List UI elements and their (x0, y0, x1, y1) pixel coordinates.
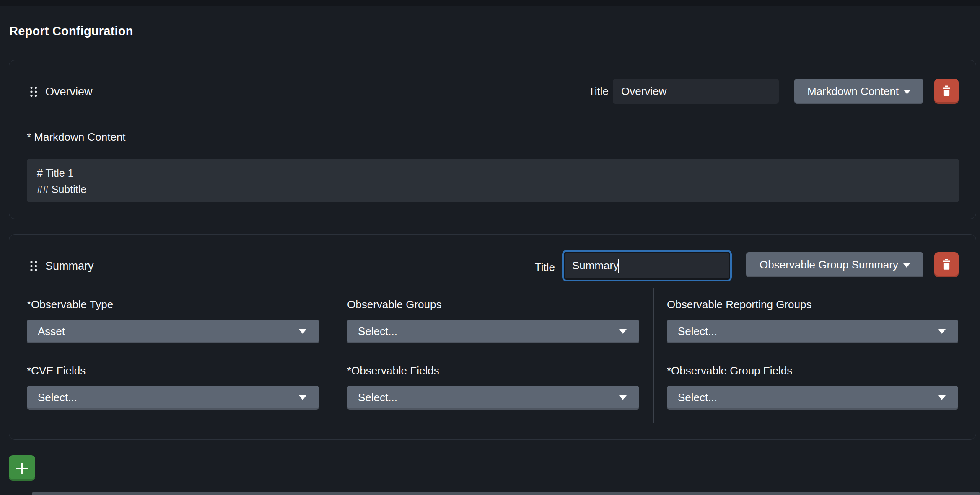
chevron-down-icon (299, 329, 306, 334)
field-select-observable-groups[interactable]: Select... (347, 320, 639, 343)
trash-icon (941, 85, 952, 98)
field-column: Observable Reporting Groups Select... *O… (667, 288, 958, 423)
section-title-input[interactable] (565, 253, 729, 278)
column-divider (334, 288, 334, 423)
horizontal-scrollbar[interactable] (32, 492, 980, 495)
drag-handle-icon[interactable] (30, 86, 37, 97)
chevron-down-icon (619, 395, 627, 400)
delete-section-button[interactable] (934, 79, 959, 104)
field-select-observable-type[interactable]: Asset (27, 320, 319, 343)
field-select-observable-fields[interactable]: Select... (347, 386, 639, 410)
section-type-button[interactable]: Markdown Content (794, 79, 923, 104)
markdown-line: # Title 1 (37, 165, 949, 181)
section-type-label: Markdown Content (807, 85, 899, 98)
select-value: Select... (678, 325, 717, 338)
chevron-down-icon (299, 395, 306, 400)
select-value: Asset (38, 325, 65, 338)
add-section-button[interactable]: + (9, 455, 35, 481)
field-label: *Observable Group Fields (667, 364, 792, 377)
field-label: Observable Groups (347, 298, 441, 311)
title-label: Title (558, 85, 609, 98)
section-card-overview: Overview Title Markdown Content * Markdo… (9, 60, 976, 219)
section-type-button[interactable]: Observable Group Summary (746, 252, 923, 277)
section-name: Summary (45, 260, 94, 273)
field-select-observable-reporting-groups[interactable]: Select... (667, 320, 958, 343)
page-title: Report Configuration (9, 24, 133, 38)
focused-input-outline (562, 250, 732, 281)
chevron-down-icon (938, 329, 946, 334)
column-divider (653, 288, 654, 423)
select-value: Select... (358, 325, 397, 338)
select-value: Select... (678, 391, 717, 404)
markdown-line: ## Subtitle (37, 181, 949, 198)
trash-icon (941, 258, 952, 272)
select-value: Select... (358, 391, 397, 404)
field-column: Observable Groups Select... *Observable … (347, 288, 639, 423)
chevron-down-icon (903, 263, 910, 268)
field-label: *Observable Type (27, 298, 113, 311)
section-name: Overview (45, 85, 93, 98)
delete-section-button[interactable] (934, 252, 959, 277)
field-select-observable-group-fields[interactable]: Select... (667, 386, 958, 410)
markdown-content-input[interactable]: # Title 1 ## Subtitle (27, 159, 959, 202)
chevron-down-icon (904, 90, 910, 94)
chevron-down-icon (938, 395, 946, 400)
select-value: Select... (38, 391, 77, 404)
field-column: *Observable Type Asset *CVE Fields Selec… (27, 288, 319, 423)
text-cursor (618, 259, 619, 273)
drag-handle-icon[interactable] (30, 260, 37, 271)
field-select-cve-fields[interactable]: Select... (27, 386, 319, 410)
section-type-label: Observable Group Summary (760, 258, 898, 271)
plus-icon: + (14, 457, 30, 479)
field-label: Observable Reporting Groups (667, 298, 811, 311)
title-label: Title (505, 261, 555, 274)
field-label: *Observable Fields (347, 364, 439, 377)
window-top-edge (0, 0, 980, 6)
markdown-content-label: * Markdown Content (27, 131, 126, 144)
section-title-input[interactable] (613, 79, 779, 104)
section-card-summary: Summary Title Observable Group Summary *… (9, 234, 976, 440)
chevron-down-icon (619, 329, 627, 334)
field-label: *CVE Fields (27, 364, 86, 377)
